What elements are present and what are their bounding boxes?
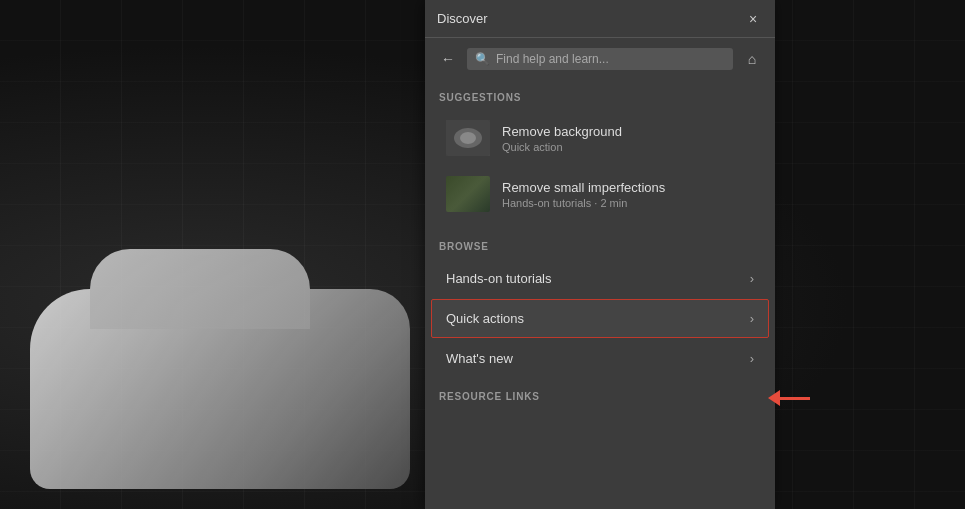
panel-header: Discover × bbox=[425, 0, 775, 38]
search-input[interactable] bbox=[496, 52, 725, 66]
suggestion-subtitle-imperfections: Hands-on tutorials · 2 min bbox=[502, 197, 754, 209]
suggestion-title-remove-bg: Remove background bbox=[502, 124, 754, 139]
chevron-tutorials-icon: › bbox=[750, 271, 754, 286]
suggestion-text-imperfections: Remove small imperfections Hands-on tuto… bbox=[502, 180, 754, 209]
chevron-whats-new-icon: › bbox=[750, 351, 754, 366]
suggestions-label: SUGGESTIONS bbox=[425, 80, 775, 109]
back-button[interactable]: ← bbox=[435, 46, 461, 72]
panel-content: SUGGESTIONS Remove background Quick acti… bbox=[425, 80, 775, 509]
close-button[interactable]: × bbox=[743, 9, 763, 29]
browse-whats-new-label: What's new bbox=[446, 351, 513, 366]
browse-quick-actions[interactable]: Quick actions › bbox=[431, 299, 769, 338]
browse-label: BROWSE bbox=[425, 229, 775, 258]
browse-hands-on-tutorials[interactable]: Hands-on tutorials › bbox=[431, 259, 769, 298]
thumb-imperfections bbox=[446, 176, 490, 212]
home-button[interactable]: ⌂ bbox=[739, 46, 765, 72]
resource-links-label: RESOURCE LINKS bbox=[425, 379, 775, 408]
arrow-line bbox=[780, 397, 810, 400]
discover-panel: Discover × ← 🔍 ⌂ SUGGESTIONS Remove back… bbox=[425, 0, 775, 509]
browse-tutorials-label: Hands-on tutorials bbox=[446, 271, 552, 286]
car-image bbox=[30, 289, 410, 489]
browse-whats-new[interactable]: What's new › bbox=[431, 339, 769, 378]
search-wrapper: 🔍 bbox=[467, 48, 733, 70]
panel-title: Discover bbox=[437, 11, 488, 26]
arrow-indicator bbox=[768, 390, 810, 406]
chevron-quick-actions-icon: › bbox=[750, 311, 754, 326]
thumb-remove-background bbox=[446, 120, 490, 156]
suggestion-remove-imperfections[interactable]: Remove small imperfections Hands-on tuto… bbox=[431, 167, 769, 221]
suggestion-text-remove-bg: Remove background Quick action bbox=[502, 124, 754, 153]
search-bar: ← 🔍 ⌂ bbox=[425, 38, 775, 80]
browse-quick-actions-label: Quick actions bbox=[446, 311, 524, 326]
thumb-imperfections-image bbox=[446, 176, 490, 212]
search-icon: 🔍 bbox=[475, 52, 490, 66]
suggestion-subtitle-remove-bg: Quick action bbox=[502, 141, 754, 153]
browse-section: BROWSE Hands-on tutorials › Quick action… bbox=[425, 229, 775, 378]
thumb-remove-bg-image bbox=[446, 120, 490, 156]
suggestion-remove-background[interactable]: Remove background Quick action bbox=[431, 111, 769, 165]
arrow-head bbox=[768, 390, 780, 406]
suggestion-title-imperfections: Remove small imperfections bbox=[502, 180, 754, 195]
